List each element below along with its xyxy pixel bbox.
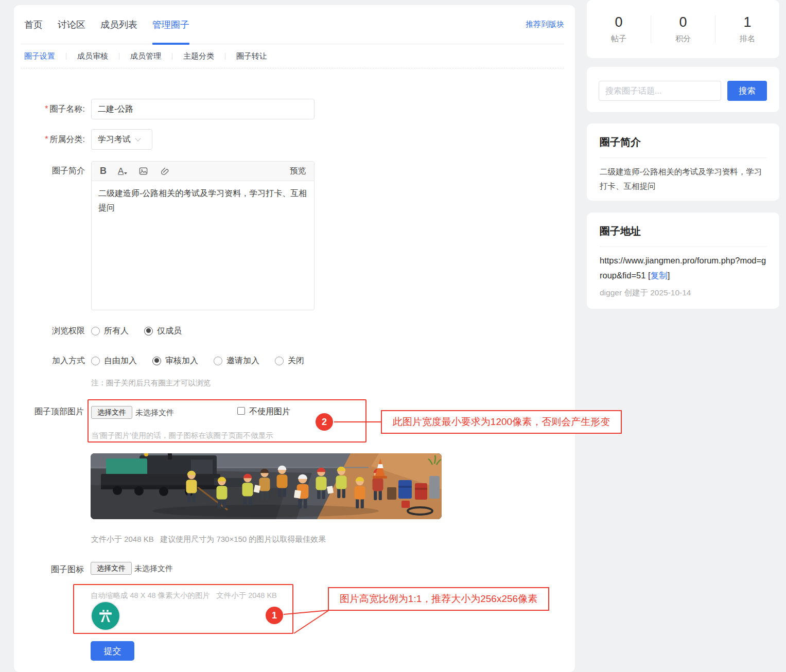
font-color-icon: A <box>118 166 124 176</box>
group-intro-card: 圈子简介 二级建造师-公路相关的考试及学习资料，学习打卡、互相提问 <box>587 123 779 201</box>
intro-label: 圈子简介 <box>14 161 85 181</box>
stat-posts: 0 帖子 <box>587 14 651 44</box>
banner-caption: 文件小于 2048 KB 建议使用尺寸为 730×150 的图片以取得最佳效果 <box>91 535 326 544</box>
top-image-hint: 当'圈子图片'使用的话，圈子图标在该圈子页面不做显示 <box>91 431 273 440</box>
tab-discussion[interactable]: 讨论区 <box>58 5 85 44</box>
group-banner-image <box>91 453 442 519</box>
tab-member-list[interactable]: 成员列表 <box>100 5 137 44</box>
group-icon-preview <box>92 602 119 630</box>
subnav-divider <box>119 53 119 60</box>
insert-link-button[interactable] <box>160 166 169 176</box>
radio-label: 邀请加入 <box>226 356 259 366</box>
search-card: 搜索 <box>587 67 779 112</box>
view-permission-row: 浏览权限 所有人 仅成员 <box>22 326 197 336</box>
subnav-divider <box>172 53 172 60</box>
radio-closed[interactable]: 关闭 <box>275 356 304 366</box>
editor-toolbar: B A 预览 <box>92 162 314 181</box>
motorway-icon <box>96 607 115 625</box>
stat-posts-value: 0 <box>587 14 651 30</box>
intro-editor-content[interactable]: 二级建造师-公路相关的考试及学习资料，学习打卡、互相提问 <box>92 181 314 220</box>
join-note: 注：圈子关闭后只有圈主才可以浏览 <box>91 378 211 388</box>
search-button[interactable]: 搜索 <box>727 81 767 101</box>
card-divider <box>600 246 766 247</box>
category-label: *所属分类: <box>14 129 85 150</box>
stat-rank-value: 1 <box>715 14 779 30</box>
group-settings-subnav: 圈子设置 成员审核 成员管理 主题分类 圈子转让 <box>24 44 267 68</box>
group-name-input[interactable] <box>91 99 315 119</box>
radio-label: 审核加入 <box>165 356 198 366</box>
intro-editor: B A 预览 二级建造师-公路相关的考试及学习资料，学习打卡、互相提问 <box>91 161 315 310</box>
required-asterisk: * <box>45 135 48 144</box>
join-method-row: 加入方式 自由加入 审核加入 邀请加入 关闭 <box>22 356 320 366</box>
card-divider <box>600 157 766 158</box>
radio-selected-icon <box>152 357 161 365</box>
copy-link[interactable]: 复制 <box>651 271 668 280</box>
tab-manage-group[interactable]: 管理圈子 <box>152 5 189 44</box>
group-icon-hint: 自动缩略成 48 X 48 像素大小的图片 文件小于 2048 KB <box>91 591 277 600</box>
radio-free-join[interactable]: 自由加入 <box>91 356 137 366</box>
view-permission-label: 浏览权限 <box>22 326 85 337</box>
top-image-label: 圈子顶部图片 <box>14 406 84 417</box>
bold-button[interactable]: B <box>100 166 107 176</box>
group-name-label: *圈子名称: <box>14 99 85 119</box>
category-select[interactable]: 学习考试 <box>91 129 152 150</box>
topic-search-input[interactable] <box>599 81 721 101</box>
no-image-checkbox-label[interactable]: 不使用图片 <box>249 406 290 417</box>
subtab-group-transfer[interactable]: 圈子转让 <box>236 51 267 61</box>
insert-image-button[interactable] <box>138 166 148 176</box>
radio-selected-icon <box>144 327 153 335</box>
required-asterisk: * <box>45 104 48 113</box>
group-address-url: https://www.jiangmen.pro/forum.php?mod=g… <box>600 253 766 283</box>
dashed-divider <box>21 68 564 68</box>
top-image-file-status: 未选择文件 <box>135 408 174 418</box>
caret-icon <box>124 172 127 174</box>
group-address-card: 圈子地址 https://www.jiangmen.pro/forum.php?… <box>587 213 779 309</box>
subtab-member-management[interactable]: 成员管理 <box>130 51 161 61</box>
group-intro-text: 二级建造师-公路相关的考试及学习资料，学习打卡、互相提问 <box>600 165 766 193</box>
preview-button[interactable]: 预览 <box>290 166 306 176</box>
link-icon <box>160 166 169 176</box>
group-address-title: 圈子地址 <box>600 224 766 238</box>
subtab-group-settings[interactable]: 圈子设置 <box>24 51 55 61</box>
group-tabs: 首页 讨论区 成员列表 管理圈子 推荐到版块 <box>21 5 564 44</box>
stat-points-value: 0 <box>651 14 715 30</box>
radio-circle-icon <box>91 357 100 365</box>
join-method-label: 加入方式 <box>22 356 85 366</box>
subnav-divider <box>66 53 66 60</box>
bold-icon: B <box>100 166 107 176</box>
stat-points: 0 积分 <box>651 14 715 44</box>
group-icon-file-status: 未选择文件 <box>134 564 173 574</box>
stats-card: 0 帖子 0 积分 1 排名 <box>587 0 779 58</box>
group-intro-title: 圈子简介 <box>600 135 766 149</box>
radio-circle-icon <box>91 327 100 335</box>
subtab-member-review[interactable]: 成员审核 <box>77 51 108 61</box>
group-icon-label: 圈子图标 <box>14 563 84 576</box>
submit-button[interactable]: 提交 <box>91 641 134 661</box>
radio-circle-icon <box>214 357 222 365</box>
radio-all-users[interactable]: 所有人 <box>91 326 129 337</box>
radio-label: 关闭 <box>288 356 304 366</box>
radio-members-only[interactable]: 仅成员 <box>144 326 182 337</box>
stat-posts-label: 帖子 <box>587 34 651 44</box>
radio-review-join[interactable]: 审核加入 <box>152 356 198 366</box>
group-icon-file-button[interactable]: 选择文件 <box>91 562 132 575</box>
stat-rank-label: 排名 <box>715 34 779 44</box>
recommend-to-forum-link[interactable]: 推荐到版块 <box>526 20 564 29</box>
subnav-divider <box>225 53 225 60</box>
radio-label: 仅成员 <box>157 326 182 337</box>
no-image-checkbox[interactable] <box>237 407 245 415</box>
radio-invite-join[interactable]: 邀请加入 <box>214 356 259 366</box>
group-management-panel: 首页 讨论区 成员列表 管理圈子 推荐到版块 圈子设置 成员审核 成员管理 主题… <box>14 5 575 672</box>
chevron-down-icon <box>135 135 141 141</box>
font-color-button[interactable]: A <box>118 166 127 176</box>
subtab-topic-category[interactable]: 主题分类 <box>183 51 214 61</box>
page: 首页 讨论区 成员列表 管理圈子 推荐到版块 圈子设置 成员审核 成员管理 主题… <box>0 0 786 672</box>
group-created-meta: digger 创建于 2025-10-14 <box>600 288 766 298</box>
top-image-file-button[interactable]: 选择文件 <box>91 406 132 419</box>
radio-label: 所有人 <box>104 326 129 337</box>
category-selected-value: 学习考试 <box>98 134 131 145</box>
radio-label: 自由加入 <box>104 356 137 366</box>
tab-home[interactable]: 首页 <box>24 5 43 44</box>
image-icon <box>138 166 148 176</box>
banner-construction-scene <box>91 453 442 519</box>
